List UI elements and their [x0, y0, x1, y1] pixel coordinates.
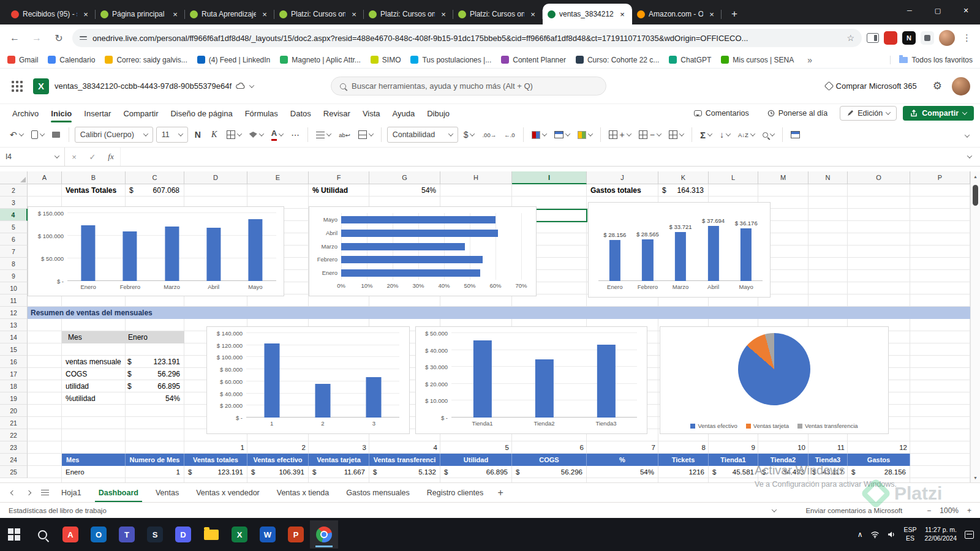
- side-panel-icon[interactable]: [867, 33, 879, 43]
- formula-input[interactable]: [120, 148, 959, 166]
- bookmark-item[interactable]: Tus postulaciones |...: [410, 56, 491, 64]
- increase-decimal-button[interactable]: .00→: [480, 126, 499, 143]
- taskbar-app-file-explorer[interactable]: [197, 520, 225, 549]
- table-tools-button[interactable]: [788, 126, 802, 143]
- sheet-tab-ventas-x-tienda[interactable]: Ventas x tienda: [268, 483, 337, 503]
- column-header-J[interactable]: J: [587, 171, 658, 184]
- borders-button[interactable]: [224, 126, 244, 143]
- row-header-4[interactable]: 4: [0, 209, 28, 221]
- window-close-button[interactable]: ✕: [952, 0, 980, 21]
- ribbon-tab-inicio[interactable]: Inicio: [45, 107, 78, 121]
- row-header-8[interactable]: 8: [0, 258, 28, 270]
- name-box[interactable]: I4: [0, 148, 65, 166]
- scroll-down-icon[interactable]: ▼: [971, 473, 980, 482]
- column-header-L[interactable]: L: [709, 171, 758, 184]
- comments-button[interactable]: Comentarios: [688, 107, 755, 120]
- browser-profile-avatar[interactable]: [939, 30, 955, 46]
- chart-ventas-mensuales[interactable]: $ 150.000$ 100.000$ 50.000$ -EneroFebrer…: [28, 206, 284, 296]
- tab-close-icon[interactable]: ×: [81, 9, 91, 19]
- tab-close-icon[interactable]: ×: [528, 9, 538, 19]
- account-avatar[interactable]: [952, 77, 970, 96]
- sheet-tab-ventas[interactable]: Ventas: [147, 483, 187, 503]
- row-header-13[interactable]: 13: [0, 319, 28, 331]
- column-header-E[interactable]: E: [247, 171, 309, 184]
- sheet-tab-gastos-mensuales[interactable]: Gastos mensuales: [337, 483, 418, 503]
- bookmark-star-icon[interactable]: ☆: [846, 33, 854, 43]
- cancel-entry-icon[interactable]: ×: [65, 148, 83, 166]
- fill-color-button[interactable]: [247, 126, 266, 143]
- browser-tab[interactable]: Platzi: Cursos onli×: [364, 4, 453, 24]
- select-all-corner[interactable]: [0, 171, 28, 184]
- tab-close-icon[interactable]: ×: [349, 9, 359, 19]
- bookmark-item[interactable]: Mis cursos | SENA: [721, 56, 794, 64]
- ribbon-tab-compartir[interactable]: Compartir: [117, 107, 164, 121]
- italic-button[interactable]: K: [208, 126, 221, 143]
- font-size-select[interactable]: 11: [156, 127, 188, 143]
- sheet-tab-hoja1[interactable]: Hoja1: [53, 483, 90, 503]
- settings-gear-icon[interactable]: ⚙: [933, 80, 942, 92]
- tray-expand-icon[interactable]: ∧: [858, 530, 863, 539]
- language-indicator[interactable]: ESPES: [903, 526, 916, 542]
- row-header-9[interactable]: 9: [0, 270, 28, 282]
- tab-close-icon[interactable]: ×: [260, 9, 270, 19]
- sheet-scroll-left-icon[interactable]: [5, 491, 21, 495]
- feedback-link[interactable]: Enviar comentarios a Microsoft: [805, 507, 902, 514]
- currency-format-button[interactable]: $: [461, 126, 477, 143]
- catch-up-button[interactable]: Ponerse al día: [761, 107, 834, 120]
- column-header-G[interactable]: G: [369, 171, 440, 184]
- bookmark-item[interactable]: SIMO: [371, 56, 401, 64]
- browser-tab[interactable]: Amazon.com - Of×: [632, 4, 722, 24]
- ribbon-tab-archivo[interactable]: Archivo: [6, 107, 45, 121]
- tab-close-icon[interactable]: ×: [617, 9, 627, 19]
- tab-close-icon[interactable]: ×: [707, 9, 717, 19]
- browser-menu-icon[interactable]: ⋮: [960, 32, 974, 43]
- bookmark-item[interactable]: ChatGPT: [669, 56, 711, 64]
- ribbon-tab-ayuda[interactable]: Ayuda: [386, 107, 421, 121]
- row-header-18[interactable]: 18: [0, 380, 28, 392]
- autosum-button[interactable]: Σ: [698, 126, 714, 143]
- merge-cells-button[interactable]: [356, 126, 375, 143]
- sheet-scroll-right-icon[interactable]: [21, 491, 37, 495]
- taskbar-app-chrome[interactable]: [310, 520, 338, 549]
- zoom-level[interactable]: 100%: [940, 506, 959, 515]
- zoom-in-button[interactable]: +: [967, 506, 971, 515]
- row-header-12[interactable]: 12: [0, 307, 28, 319]
- new-tab-button[interactable]: +: [726, 6, 742, 22]
- more-font-options-icon[interactable]: ⋯: [288, 126, 302, 143]
- status-chevron-icon[interactable]: [772, 507, 777, 512]
- browser-tab[interactable]: Página principal -×: [96, 4, 185, 24]
- cell-styles-button[interactable]: [575, 126, 595, 143]
- all-favorites-button[interactable]: Todos los favoritos: [890, 56, 973, 64]
- wrap-text-button[interactable]: ab↩: [336, 126, 353, 143]
- app-launcher-icon[interactable]: [5, 74, 29, 99]
- conditional-formatting-button[interactable]: [529, 126, 549, 143]
- ribbon-tab-diseodepgina[interactable]: Diseño de página: [164, 107, 238, 121]
- font-color-button[interactable]: A: [269, 126, 285, 143]
- sheet-tab-registro-clientes[interactable]: Registro clientes: [418, 483, 492, 503]
- scrollbar-thumb[interactable]: [973, 185, 978, 206]
- row-header-17[interactable]: 17: [0, 368, 28, 380]
- column-header-P[interactable]: P: [910, 171, 970, 184]
- browser-tab[interactable]: Platzi: Cursos onli×: [274, 4, 364, 24]
- row-header-3[interactable]: 3: [0, 197, 28, 209]
- row-header-24[interactable]: 24: [0, 454, 28, 466]
- adblock-extension-icon[interactable]: [884, 31, 897, 45]
- taskbar-app-word[interactable]: W: [254, 520, 282, 549]
- row-header-15[interactable]: 15: [0, 343, 28, 356]
- format-painter-icon[interactable]: [50, 126, 63, 143]
- reload-icon[interactable]: ↻: [50, 29, 67, 47]
- ribbon-tab-insertar[interactable]: Insertar: [78, 107, 117, 121]
- ribbon-tab-revisar[interactable]: Revisar: [317, 107, 356, 121]
- workbook-title[interactable]: ventas_38342120-ccbb-4443-97d8-90b55379e…: [55, 81, 254, 91]
- ribbon-tab-vista[interactable]: Vista: [356, 107, 386, 121]
- buy-microsoft365-button[interactable]: Comprar Microsoft 365: [820, 79, 923, 93]
- sort-filter-button[interactable]: A↓Z: [736, 126, 757, 143]
- bookmark-item[interactable]: Content Planner: [501, 56, 566, 64]
- chart-pie-medios-pago[interactable]: Ventas efectivoVentas tarjetaVentas tran…: [660, 326, 889, 434]
- forward-icon[interactable]: →: [28, 29, 45, 47]
- column-header-F[interactable]: F: [309, 171, 369, 184]
- row-header-16[interactable]: 16: [0, 356, 28, 368]
- browser-tab[interactable]: Platzi: Cursos onli×: [453, 4, 543, 24]
- row-header-6[interactable]: 6: [0, 233, 28, 246]
- action-center-icon[interactable]: [965, 531, 974, 539]
